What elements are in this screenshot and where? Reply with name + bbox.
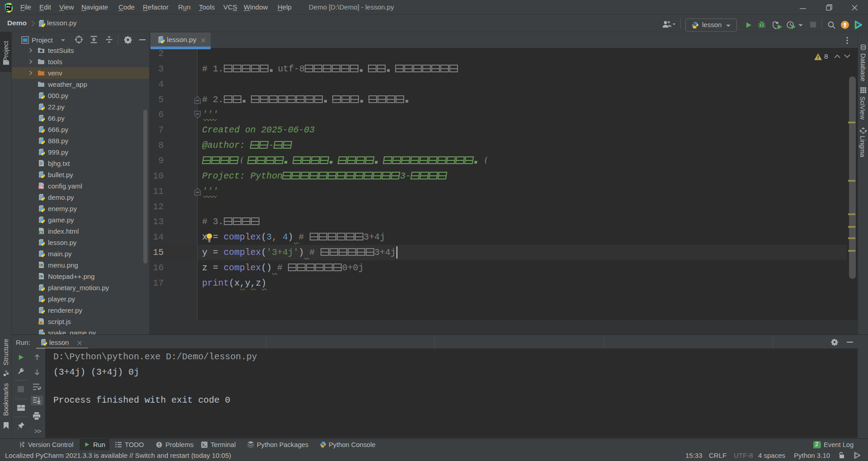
svg-text:PC: PC bbox=[6, 5, 10, 9]
